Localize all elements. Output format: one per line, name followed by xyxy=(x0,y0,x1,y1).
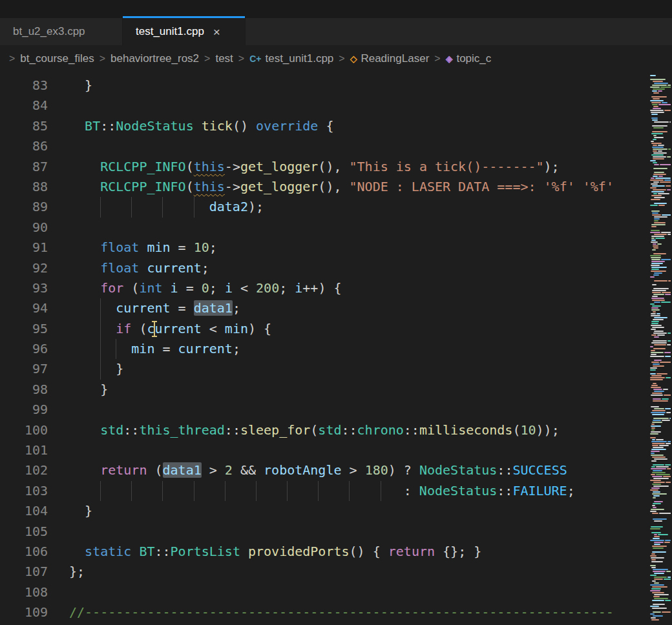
code-line-text[interactable]: }; xyxy=(48,562,672,582)
minimap-mark xyxy=(652,290,666,291)
code-line[interactable]: 97 } xyxy=(0,359,672,379)
line-number[interactable]: 92 xyxy=(0,258,48,278)
code-line-text[interactable]: } xyxy=(48,380,672,400)
code-line-text[interactable] xyxy=(48,218,672,238)
code-line[interactable]: 83 } xyxy=(0,76,672,96)
line-number[interactable]: 98 xyxy=(0,380,48,400)
code-line[interactable]: 94 current = data1; xyxy=(0,298,672,318)
code-line[interactable]: 104 } xyxy=(0,501,672,521)
code-line[interactable]: 108 xyxy=(0,582,672,602)
breadcrumb-item-behaviortree-ros2[interactable]: behaviortree_ros2 xyxy=(110,52,199,65)
code-line[interactable]: 100 std::this_thread::sleep_for(std::chr… xyxy=(0,420,672,440)
code-line[interactable]: 102 return (data1 > 2 && robotAngle > 18… xyxy=(0,460,672,480)
code-line[interactable]: 87 RCLCPP_INFO(this->get_logger(), "This… xyxy=(0,157,672,177)
breadcrumb-item-readinglaser[interactable]: ◇ReadingLaser xyxy=(350,52,430,65)
code-line-text[interactable]: if (current < min) { xyxy=(48,319,672,339)
code-line-text[interactable]: RCLCPP_INFO(this->get_logger(), "This is… xyxy=(48,157,672,177)
code-line-text[interactable]: current = data1; xyxy=(48,298,672,318)
code-line-text[interactable] xyxy=(48,96,672,116)
line-number[interactable]: 100 xyxy=(0,420,48,440)
code-line[interactable]: 106 static BT::PortsList providedPorts()… xyxy=(0,542,672,562)
code-line-text[interactable] xyxy=(48,582,672,602)
code-line-text[interactable]: : NodeStatus::FAILURE; xyxy=(48,481,672,501)
code-line[interactable]: 93 for (int i = 0; i < 200; i++) { xyxy=(0,278,672,298)
line-number[interactable]: 106 xyxy=(0,542,48,562)
line-number[interactable]: 109 xyxy=(0,602,48,622)
line-number[interactable]: 102 xyxy=(0,460,48,480)
code-line-text[interactable]: } xyxy=(48,359,672,379)
code-line[interactable]: 92 float current; xyxy=(0,258,672,278)
code-line-text[interactable]: RCLCPP_INFO(this->get_logger(), "NODE : … xyxy=(48,177,672,197)
line-number[interactable]: 104 xyxy=(0,501,48,521)
line-number[interactable]: 93 xyxy=(0,278,48,298)
minimap-row xyxy=(650,116,671,117)
code-line[interactable]: 99 xyxy=(0,400,672,420)
code-line-text[interactable]: float min = 10; xyxy=(48,238,672,258)
line-number[interactable]: 85 xyxy=(0,116,48,136)
line-number[interactable]: 101 xyxy=(0,440,48,460)
line-number[interactable]: 89 xyxy=(0,197,48,217)
code-line[interactable]: 98 } xyxy=(0,380,672,400)
minimap-row xyxy=(650,431,671,433)
tab-test_unit1[interactable]: test_unit1.cpp× xyxy=(123,18,246,45)
close-icon[interactable]: × xyxy=(213,26,220,38)
code-line-text[interactable]: } xyxy=(48,501,672,521)
line-number[interactable]: 83 xyxy=(0,76,48,96)
code-line-text[interactable]: data2); xyxy=(48,197,672,217)
line-number[interactable]: 86 xyxy=(0,136,48,156)
code-line-text[interactable]: return (data1 > 2 && robotAngle > 180) ?… xyxy=(48,460,672,480)
line-number[interactable]: 96 xyxy=(0,339,48,359)
line-number[interactable]: 94 xyxy=(0,298,48,318)
minimap[interactable] xyxy=(649,72,672,625)
code-line[interactable]: 88 RCLCPP_INFO(this->get_logger(), "NODE… xyxy=(0,177,672,197)
code-line-text[interactable] xyxy=(48,440,672,460)
line-number[interactable]: 108 xyxy=(0,582,48,602)
minimap-row xyxy=(650,118,671,119)
code-line[interactable]: 107}; xyxy=(0,562,672,582)
line-number[interactable]: 84 xyxy=(0,96,48,116)
code-line-text[interactable]: //--------------------------------------… xyxy=(48,602,672,622)
code-line[interactable]: 85 BT::NodeStatus tick() override { xyxy=(0,116,672,136)
line-number[interactable]: 95 xyxy=(0,319,48,339)
line-number[interactable]: 87 xyxy=(0,157,48,177)
code-line[interactable]: 90 xyxy=(0,218,672,238)
line-number[interactable]: 91 xyxy=(0,238,48,258)
code-line[interactable]: 101 xyxy=(0,440,672,460)
line-number[interactable]: 88 xyxy=(0,177,48,197)
minimap-row xyxy=(650,245,671,247)
code-line-text[interactable]: BT::NodeStatus tick() override { xyxy=(48,116,672,136)
tab-bt_u2_ex3[interactable]: bt_u2_ex3.cpp xyxy=(0,18,123,45)
line-number[interactable]: 105 xyxy=(0,522,48,542)
breadcrumb-item-bt-course-files[interactable]: bt_course_files xyxy=(20,52,94,65)
code-line-text[interactable]: float current; xyxy=(48,258,672,278)
line-number[interactable]: 90 xyxy=(0,218,48,238)
code-line[interactable]: 96 min = current; xyxy=(0,339,672,359)
line-number[interactable]: 97 xyxy=(0,359,48,379)
code-line[interactable]: 103 : NodeStatus::FAILURE; xyxy=(0,481,672,501)
code-line-text[interactable] xyxy=(48,400,672,420)
code-line[interactable]: 89 data2); xyxy=(0,197,672,217)
code-line[interactable]: 84 xyxy=(0,96,672,116)
code-line[interactable]: 86 xyxy=(0,136,672,156)
code-line-text[interactable] xyxy=(48,136,672,156)
breadcrumb-item-topic-c[interactable]: ◈topic_c xyxy=(446,52,492,65)
line-number[interactable]: 99 xyxy=(0,400,48,420)
code-line-text[interactable] xyxy=(48,522,672,542)
code-line-text[interactable]: std::this_thread::sleep_for(std::chrono:… xyxy=(48,420,672,440)
minimap-mark xyxy=(650,540,664,541)
line-number[interactable]: 103 xyxy=(0,481,48,501)
code-line[interactable]: 109//-----------------------------------… xyxy=(0,602,672,622)
minimap-mark xyxy=(654,280,667,282)
minimap-mark xyxy=(665,294,671,295)
line-number[interactable]: 107 xyxy=(0,562,48,582)
code-line-text[interactable]: } xyxy=(48,76,672,96)
code-line[interactable]: 105 xyxy=(0,522,672,542)
code-line[interactable]: 91 float min = 10; xyxy=(0,238,672,258)
code-line-text[interactable]: static BT::PortsList providedPorts() { r… xyxy=(48,542,672,562)
code-line[interactable]: 95 if (current < min) { xyxy=(0,319,672,339)
code-line-text[interactable]: min = current; xyxy=(48,339,672,359)
breadcrumb-item-test[interactable]: test xyxy=(215,52,233,65)
minimap-row xyxy=(650,317,671,318)
breadcrumb-item-test-unit1-cpp[interactable]: C+test_unit1.cpp xyxy=(249,52,333,65)
code-line-text[interactable]: for (int i = 0; i < 200; i++) { xyxy=(48,278,672,298)
